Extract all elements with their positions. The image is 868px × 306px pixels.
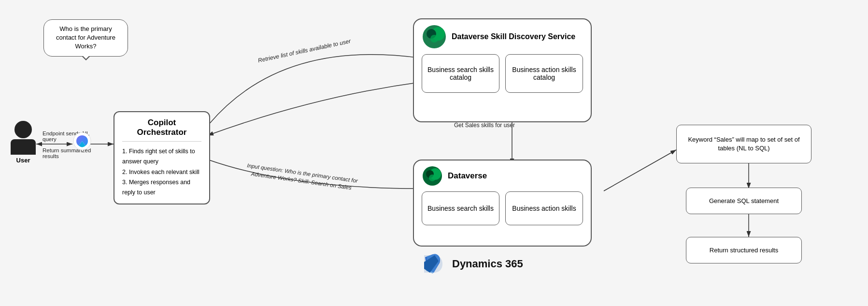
speech-bubble-text: Who is the primary contact for Adventure… — [56, 25, 115, 50]
user-head — [14, 121, 32, 138]
right-box-sql: Generate SQL statement — [686, 188, 802, 214]
skill-discovery-boxes: Business search skills catalog Business … — [419, 54, 586, 93]
copilot-orchestrator-box: Copilot Orchestrator 1. Finds right set … — [114, 111, 210, 204]
skill-discovery-header: Dataverse Skill Discovery Service — [419, 24, 586, 49]
business-action-skills: Business action skills — [505, 191, 583, 225]
retrieve-label: Retrieve list of skills available to use… — [252, 36, 357, 65]
business-action-skills-catalog: Business action skills catalog — [505, 54, 583, 93]
business-search-skills: Business search skills — [422, 191, 499, 225]
dataverse-container: Dataverse Business search skills Busines… — [413, 160, 592, 247]
svg-point-13 — [430, 35, 438, 43]
dataverse-boxes: Business search skills Business action s… — [419, 191, 586, 225]
user-body — [11, 139, 36, 155]
dynamics365-label: Dynamics 365 — [452, 258, 523, 270]
input-question-label: Input question: Who is the primary conta… — [236, 160, 368, 193]
main-canvas: Who is the primary contact for Adventure… — [0, 0, 868, 306]
dataverse-title: Dataverse — [448, 171, 487, 181]
user-figure: User — [11, 121, 36, 164]
svg-line-6 — [604, 150, 676, 191]
dataverse-icon — [422, 165, 443, 187]
right-box-nl-sql: Keyword “Sales” will map to set of set o… — [676, 125, 811, 163]
speech-bubble: Who is the primary contact for Adventure… — [43, 19, 128, 57]
orchestrator-title: Copilot Orchestrator — [122, 118, 201, 142]
get-sales-label: Get Sales skills for user — [454, 122, 515, 129]
business-search-skills-catalog: Business search skills catalog — [422, 54, 499, 93]
svg-point-17 — [429, 175, 436, 181]
right-box-structured: Return structured results — [686, 237, 802, 263]
user-label: User — [16, 157, 30, 164]
dataverse-skill-icon — [422, 24, 447, 49]
dataverse-skill-container: Dataverse Skill Discovery Service Busine… — [413, 18, 592, 122]
dynamics-logo — [420, 251, 445, 277]
copilot-icon — [72, 131, 92, 151]
dataverse-header: Dataverse — [419, 165, 586, 187]
skill-discovery-title: Dataverse Skill Discovery Service — [452, 32, 575, 42]
orchestrator-steps: 1. Finds right set of skills to answer q… — [122, 146, 201, 198]
dynamics365-section: Dynamics 365 — [420, 251, 523, 277]
